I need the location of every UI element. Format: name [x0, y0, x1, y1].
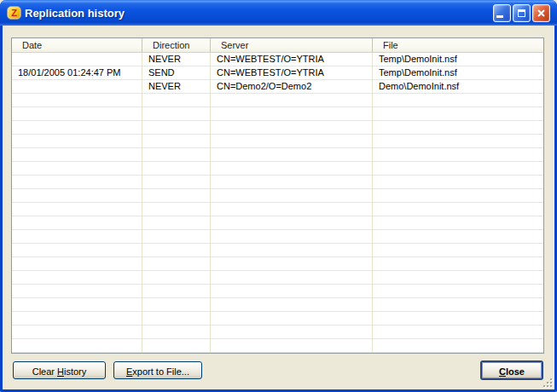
table-row[interactable]: [12, 135, 543, 148]
close-button[interactable]: Close: [480, 360, 543, 380]
table-cell-server: [211, 230, 373, 244]
table-cell-file: [373, 203, 543, 216]
table-row[interactable]: NEVERCN=WEBTEST/O=YTRIATemp\DemoInit.nsf: [12, 53, 543, 66]
table-cell-server: [211, 121, 373, 135]
table-cell-date: [12, 244, 142, 257]
table-cell-file: [373, 189, 543, 203]
close-window-button[interactable]: [532, 4, 550, 22]
table-cell-date: [12, 312, 142, 326]
column-header-direction[interactable]: Direction: [142, 38, 211, 52]
table-cell-date: [12, 298, 142, 312]
table-cell-direction: [142, 244, 211, 257]
table-cell-file: [373, 244, 543, 257]
titlebar[interactable]: Z Replication history: [0, 0, 557, 26]
window-controls: [493, 4, 550, 22]
table-row[interactable]: 18/01/2005 01:24:47 PMSENDCN=WEBTEST/O=Y…: [12, 66, 543, 80]
table-cell-direction: [142, 203, 211, 216]
maximize-icon: [518, 9, 525, 17]
table-row[interactable]: [12, 121, 543, 135]
table-cell-date: [12, 216, 142, 230]
table-cell-direction: [142, 230, 211, 244]
table-row[interactable]: [12, 216, 543, 230]
table-row[interactable]: [12, 244, 543, 257]
table-cell-server: [211, 285, 373, 298]
maximize-button[interactable]: [513, 4, 531, 22]
minimize-button[interactable]: [493, 4, 511, 22]
table-cell-direction: [142, 326, 211, 339]
window-title: Replication history: [25, 7, 493, 20]
table-cell-server: [211, 176, 373, 189]
export-to-file-button[interactable]: Export to File...: [113, 361, 202, 379]
table-cell-direction: [142, 107, 211, 121]
table-row[interactable]: [12, 189, 543, 203]
table-cell-direction: [142, 298, 211, 312]
table-cell-server: [211, 257, 373, 271]
table-row[interactable]: [12, 298, 543, 312]
table-row[interactable]: [12, 107, 543, 121]
table-cell-date: 18/01/2005 01:24:47 PM: [12, 66, 142, 80]
table-row[interactable]: [12, 326, 543, 339]
table-cell-file: [373, 148, 543, 162]
table-row[interactable]: NEVERCN=Demo2/O=Demo2Demo\DemoInit.nsf: [12, 80, 543, 94]
table-cell-server: [211, 162, 373, 176]
replication-history-table: DateDirectionServerFile NEVERCN=WEBTEST/…: [11, 37, 544, 354]
table-cell-file: [373, 298, 543, 312]
table-cell-date: [12, 189, 142, 203]
table-cell-server: [211, 189, 373, 203]
table-cell-direction: [142, 189, 211, 203]
table-row[interactable]: [12, 203, 543, 216]
table-cell-server: [211, 339, 373, 353]
table-cell-server: [211, 216, 373, 230]
table-cell-server: CN=Demo2/O=Demo2: [211, 80, 373, 94]
table-cell-server: [211, 312, 373, 326]
column-header-file[interactable]: File: [373, 38, 543, 52]
table-row[interactable]: [12, 148, 543, 162]
table-cell-file: Temp\DemoInit.nsf: [373, 53, 543, 66]
table-cell-date: [12, 53, 142, 66]
column-header-date[interactable]: Date: [12, 38, 142, 52]
table-cell-date: [12, 135, 142, 148]
app-icon: Z: [7, 6, 21, 20]
table-cell-date: [12, 271, 142, 285]
resize-grip[interactable]: [542, 377, 553, 388]
table-row[interactable]: [12, 312, 543, 326]
table-cell-server: [211, 135, 373, 148]
table-row[interactable]: [12, 339, 543, 353]
table-cell-date: [12, 230, 142, 244]
table-cell-file: [373, 121, 543, 135]
table-cell-file: [373, 326, 543, 339]
table-cell-server: [211, 271, 373, 285]
table-cell-direction: [142, 176, 211, 189]
close-icon: [537, 9, 546, 18]
table-cell-direction: [142, 94, 211, 107]
table-cell-date: [12, 121, 142, 135]
table-row[interactable]: [12, 271, 543, 285]
table-cell-server: [211, 148, 373, 162]
table-cell-date: [12, 94, 142, 107]
table-row[interactable]: [12, 230, 543, 244]
table-cell-date: [12, 285, 142, 298]
clear-history-button[interactable]: Clear History: [13, 361, 106, 379]
table-cell-direction: NEVER: [142, 53, 211, 66]
column-header-server[interactable]: Server: [211, 38, 373, 52]
replication-history-dialog: Z Replication history DateDirectionServe…: [0, 0, 557, 392]
table-cell-server: CN=WEBTEST/O=YTRIA: [211, 66, 373, 80]
minimize-icon: [496, 15, 503, 18]
table-cell-direction: [142, 271, 211, 285]
table-cell-file: [373, 107, 543, 121]
table-cell-date: [12, 203, 142, 216]
table-row[interactable]: [12, 285, 543, 298]
table-cell-date: [12, 339, 142, 353]
table-cell-file: [373, 339, 543, 353]
table-row[interactable]: [12, 162, 543, 176]
table-cell-file: [373, 271, 543, 285]
table-row[interactable]: [12, 176, 543, 189]
table-row[interactable]: [12, 257, 543, 271]
table-cell-server: [211, 94, 373, 107]
table-cell-direction: [142, 162, 211, 176]
table-cell-direction: SEND: [142, 66, 211, 80]
table-row[interactable]: [12, 94, 543, 107]
table-cell-file: [373, 216, 543, 230]
table-cell-direction: [142, 216, 211, 230]
table-cell-server: [211, 107, 373, 121]
